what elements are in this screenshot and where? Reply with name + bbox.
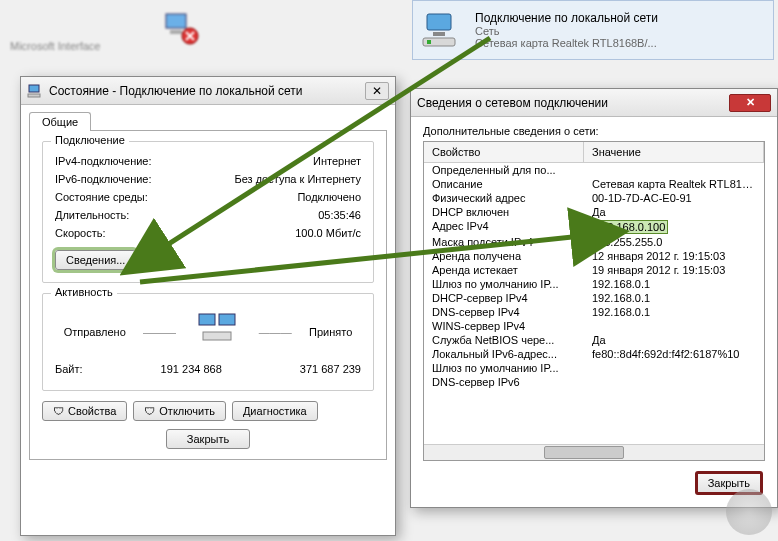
- prop-value: [584, 163, 764, 177]
- adapter-card: Сетевая карта Realtek RTL8168B/...: [475, 37, 658, 49]
- prop-value: 00-1D-7D-AC-E0-91: [584, 191, 764, 205]
- close-button[interactable]: Закрыть: [166, 429, 250, 449]
- tab-general[interactable]: Общие: [29, 112, 91, 131]
- bytes-sent: 191 234 868: [161, 363, 222, 375]
- row-label: Длительность:: [55, 209, 129, 221]
- status-title: Состояние - Подключение по локальной сет…: [49, 84, 303, 98]
- details-titlebar[interactable]: Сведения о сетевом подключении ✕: [411, 89, 777, 117]
- row-value: Подключено: [297, 191, 361, 203]
- svg-rect-6: [427, 40, 431, 44]
- details-label: Дополнительные сведения о сети:: [411, 117, 777, 141]
- svg-rect-11: [203, 332, 231, 340]
- svg-rect-9: [199, 314, 215, 325]
- details-row[interactable]: DHCP включенДа: [424, 205, 764, 219]
- status-row: Длительность:05:35:46: [55, 206, 361, 224]
- svg-rect-4: [433, 32, 445, 36]
- prop-value: [584, 319, 764, 333]
- svg-rect-0: [166, 14, 186, 28]
- row-value: Интернет: [313, 155, 361, 167]
- prop-value: Сетевая карта Realtek RTL8168B/8111: [584, 177, 764, 191]
- prop-value: 192.168.0.1: [584, 277, 764, 291]
- sent-label: Отправлено: [64, 326, 126, 338]
- status-window: Состояние - Подключение по локальной сет…: [20, 76, 396, 536]
- bg-icon: [160, 8, 200, 48]
- status-titlebar[interactable]: Состояние - Подключение по локальной сет…: [21, 77, 395, 105]
- bytes-label: Байт:: [55, 363, 83, 375]
- prop-name: DHCP-сервер IPv4: [424, 291, 584, 305]
- prop-value: 192.168.0.100: [584, 219, 764, 235]
- close-icon[interactable]: ✕: [365, 82, 389, 100]
- details-title: Сведения о сетевом подключении: [417, 96, 608, 110]
- svg-rect-7: [29, 85, 39, 92]
- col-value[interactable]: Значение: [584, 142, 764, 162]
- prop-name: Физический адрес: [424, 191, 584, 205]
- disable-button[interactable]: 🛡Отключить: [133, 401, 226, 421]
- prop-value: 12 января 2012 г. 19:15:03: [584, 249, 764, 263]
- adapter-icon: [419, 10, 467, 50]
- details-row[interactable]: DHCP-сервер IPv4192.168.0.1: [424, 291, 764, 305]
- details-row[interactable]: Локальный IPv6-адрес...fe80::8d4f:692d:f…: [424, 347, 764, 361]
- network-adapter-tile[interactable]: Подключение по локальной сети Сеть Сетев…: [412, 0, 774, 60]
- status-row: Скорость:100.0 Мбит/с: [55, 224, 361, 242]
- prop-value: 192.168.0.1: [584, 305, 764, 319]
- details-row[interactable]: DNS-сервер IPv4192.168.0.1: [424, 305, 764, 319]
- watermark: [726, 489, 772, 535]
- details-row[interactable]: Физический адрес00-1D-7D-AC-E0-91: [424, 191, 764, 205]
- svg-rect-8: [28, 94, 40, 97]
- close-icon[interactable]: ✕: [729, 94, 771, 112]
- horizontal-scrollbar[interactable]: [424, 444, 764, 460]
- status-row: IPv6-подключение:Без доступа к Интернету: [55, 170, 361, 188]
- prop-value: 19 января 2012 г. 19:15:03: [584, 263, 764, 277]
- shield-icon: 🛡: [53, 405, 64, 417]
- details-window: Сведения о сетевом подключении ✕ Дополни…: [410, 88, 778, 508]
- prop-value: [584, 375, 764, 389]
- prop-name: DNS-сервер IPv4: [424, 305, 584, 319]
- details-row[interactable]: Аренда получена12 января 2012 г. 19:15:0…: [424, 249, 764, 263]
- prop-value: 192.168.0.1: [584, 291, 764, 305]
- row-value: 100.0 Мбит/с: [295, 227, 361, 239]
- prop-name: Шлюз по умолчанию IP...: [424, 361, 584, 375]
- details-row[interactable]: Служба NetBIOS чере...Да: [424, 333, 764, 347]
- svg-rect-3: [427, 14, 451, 30]
- bytes-recv: 371 687 239: [300, 363, 361, 375]
- group-connection-title: Подключение: [51, 134, 129, 146]
- details-row[interactable]: Шлюз по умолчанию IP...192.168.0.1: [424, 277, 764, 291]
- row-value: Без доступа к Интернету: [234, 173, 361, 185]
- status-row: Состояние среды:Подключено: [55, 188, 361, 206]
- row-label: Состояние среды:: [55, 191, 148, 203]
- group-activity-title: Активность: [51, 286, 117, 298]
- details-row[interactable]: Маска подсети IPv4255.255.255.0: [424, 235, 764, 249]
- bg-text: Microsoft Interface: [10, 40, 100, 52]
- details-row[interactable]: Адрес IPv4192.168.0.100: [424, 219, 764, 235]
- adapter-title: Подключение по локальной сети: [475, 11, 658, 25]
- status-row: IPv4-подключение:Интернет: [55, 152, 361, 170]
- prop-name: Определенный для по...: [424, 163, 584, 177]
- details-row[interactable]: ОписаниеСетевая карта Realtek RTL8168B/8…: [424, 177, 764, 191]
- row-label: Скорость:: [55, 227, 106, 239]
- prop-name: Аренда истекает: [424, 263, 584, 277]
- details-button[interactable]: Сведения...: [55, 250, 136, 270]
- properties-button[interactable]: 🛡Свойства: [42, 401, 127, 421]
- svg-rect-1: [170, 30, 182, 34]
- svg-rect-10: [219, 314, 235, 325]
- window-icon: [27, 83, 43, 99]
- diagnose-button[interactable]: Диагностика: [232, 401, 318, 421]
- details-row[interactable]: Аренда истекает19 января 2012 г. 19:15:0…: [424, 263, 764, 277]
- details-row[interactable]: WINS-сервер IPv4: [424, 319, 764, 333]
- shield-icon: 🛡: [144, 405, 155, 417]
- details-row[interactable]: Шлюз по умолчанию IP...: [424, 361, 764, 375]
- prop-name: Аренда получена: [424, 249, 584, 263]
- prop-name: Локальный IPv6-адрес...: [424, 347, 584, 361]
- prop-value: fe80::8d4f:692d:f4f2:6187%10: [584, 347, 764, 361]
- col-property[interactable]: Свойство: [424, 142, 584, 162]
- group-activity: Активность Отправлено ——— ——— Принято Ба…: [42, 293, 374, 391]
- prop-value: [584, 361, 764, 375]
- prop-name: Служба NetBIOS чере...: [424, 333, 584, 347]
- details-row[interactable]: DNS-сервер IPv6: [424, 375, 764, 389]
- prop-name: Адрес IPv4: [424, 219, 584, 235]
- prop-name: Маска подсети IPv4: [424, 235, 584, 249]
- prop-name: DHCP включен: [424, 205, 584, 219]
- prop-value: Да: [584, 333, 764, 347]
- row-label: IPv4-подключение:: [55, 155, 152, 167]
- details-row[interactable]: Определенный для по...: [424, 163, 764, 177]
